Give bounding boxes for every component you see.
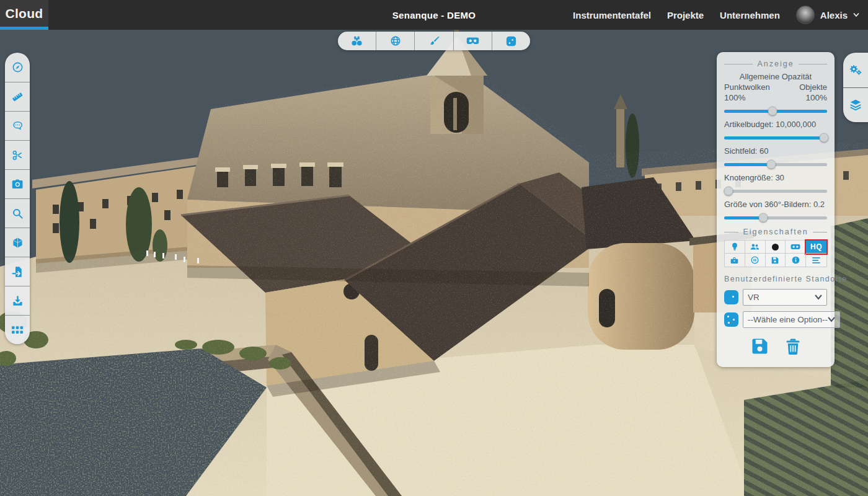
- cube-icon: [12, 237, 24, 249]
- toggle-annotations-button[interactable]: [725, 241, 745, 254]
- nav-dashboard[interactable]: Instrumententafel: [573, 10, 651, 20]
- search-button[interactable]: [5, 198, 30, 228]
- save-location-button[interactable]: [751, 338, 768, 357]
- toggle-toolbox-button[interactable]: [725, 254, 745, 267]
- user-name: Alexis: [820, 10, 848, 20]
- toggle-users-button[interactable]: [745, 241, 766, 254]
- comment-icon: [12, 120, 24, 131]
- slider-thumb[interactable]: [767, 160, 776, 169]
- ruler-icon: [11, 91, 24, 103]
- vr-goggles-icon: [790, 244, 800, 250]
- top-bar: Cloud Senanque - DEMO Instrumententafel …: [0, 0, 868, 30]
- user-menu[interactable]: Alexis: [796, 6, 859, 24]
- objects-button[interactable]: [5, 228, 30, 257]
- paint-tool-button[interactable]: [414, 32, 453, 50]
- info-button[interactable]: [786, 254, 806, 267]
- measure-views-button[interactable]: [338, 32, 376, 50]
- save-icon: [771, 257, 779, 264]
- node-size-slider[interactable]: [724, 187, 827, 196]
- marker-square-icon: [506, 36, 516, 46]
- avatar: [796, 6, 815, 24]
- image360-size-slider[interactable]: [724, 213, 827, 223]
- search-icon: [12, 208, 24, 219]
- file-import-icon: [12, 266, 23, 278]
- download-button[interactable]: [5, 286, 30, 315]
- nav-company[interactable]: Unternehmen: [720, 10, 780, 20]
- slider-thumb[interactable]: [759, 213, 768, 223]
- slider-thumb[interactable]: [768, 107, 777, 116]
- paint-brush-icon: [428, 35, 440, 46]
- toggle-points-button[interactable]: [766, 241, 786, 254]
- menu-lines-icon: [812, 257, 820, 264]
- list-view-button[interactable]: [806, 254, 826, 267]
- binoculars-icon: [351, 36, 363, 46]
- measure-button[interactable]: [5, 82, 30, 111]
- vr-goggles-icon: [466, 37, 479, 46]
- hq-label: HQ: [810, 242, 822, 251]
- compass-icon: [12, 61, 24, 73]
- scene-toolbar: [338, 32, 530, 50]
- app-window: Cloud Senanque - DEMO Instrumententafel …: [0, 0, 868, 496]
- marker-one-dot-icon[interactable]: [724, 290, 738, 304]
- opacity-heading: Allgemeine Opazität: [724, 72, 827, 81]
- chevron-down-icon: [828, 317, 835, 322]
- screenshot-button[interactable]: [5, 169, 30, 198]
- delete-location-button[interactable]: [786, 338, 800, 357]
- toggle-vr-button[interactable]: [786, 241, 806, 254]
- pointclouds-value: 100%: [724, 93, 746, 102]
- objects-value: 100%: [805, 93, 827, 102]
- scissors-icon: [12, 149, 24, 161]
- locations-title: Benutzerdefinierte Standorte: [724, 275, 827, 283]
- app-logo-text: Cloud: [6, 6, 43, 21]
- lightbulb-icon: [731, 242, 738, 251]
- pointclouds-label: Punktwolken: [724, 82, 770, 92]
- toggle-pause-button[interactable]: [745, 254, 766, 267]
- camera-icon: [12, 179, 24, 190]
- download-icon: [12, 295, 24, 307]
- panorama-marker-button[interactable]: [492, 32, 530, 50]
- comment-button[interactable]: [5, 111, 30, 140]
- slider-thumb[interactable]: [820, 133, 829, 143]
- opacity-values: 100% 100%: [724, 93, 827, 102]
- quick-save-button[interactable]: [766, 254, 786, 267]
- opacity-column-labels: Punktwolken Objekte: [724, 82, 827, 92]
- trash-icon: [786, 338, 800, 355]
- save-icon: [751, 338, 768, 355]
- item-budget-slider[interactable]: [724, 133, 827, 143]
- settings-gears-icon: [849, 64, 862, 76]
- clip-button[interactable]: [5, 140, 30, 169]
- layers-button[interactable]: [843, 87, 868, 123]
- apps-button[interactable]: [5, 315, 30, 344]
- settings-button[interactable]: [843, 53, 868, 87]
- app-logo[interactable]: Cloud: [0, 0, 48, 30]
- marker-three-dots-icon[interactable]: [724, 312, 738, 327]
- chevron-down-icon: [815, 294, 822, 300]
- pause-circle-icon: [751, 256, 759, 264]
- navigate-button[interactable]: [5, 53, 30, 82]
- vr-mode-button[interactable]: [453, 32, 492, 50]
- apps-grid-icon: [12, 326, 23, 334]
- display-panel: Anzeige Allgemeine Opazität Punktwolken …: [717, 52, 835, 367]
- objects-label: Objekte: [799, 82, 827, 92]
- field-of-view-slider[interactable]: [724, 160, 827, 169]
- info-icon: [792, 256, 800, 264]
- edge-toolbar: [843, 53, 868, 122]
- main-nav: Instrumententafel Projekte Unternehmen A…: [573, 6, 859, 24]
- location-select-2[interactable]: --Wähle eine Option--: [743, 311, 840, 328]
- left-toolbar: [5, 53, 30, 344]
- properties-grid: HQ: [724, 240, 827, 267]
- node-size-label: Knotengröße: 30: [724, 173, 827, 182]
- slider-thumb[interactable]: [724, 187, 733, 196]
- import-button[interactable]: [5, 257, 30, 286]
- panel-title: Anzeige: [724, 60, 827, 68]
- project-title: Senanque - DEMO: [392, 10, 476, 20]
- field-of-view-label: Sichtfeld: 60: [724, 146, 827, 156]
- item-budget-label: Artikelbudget: 10,000,000: [724, 120, 827, 129]
- nav-projects[interactable]: Projekte: [667, 10, 704, 20]
- opacity-slider[interactable]: [724, 107, 827, 116]
- layers-icon: [849, 99, 862, 111]
- globe-view-button[interactable]: [376, 32, 414, 50]
- toggle-hq-button[interactable]: HQ: [806, 241, 826, 254]
- location-row-2: --Wähle eine Option--: [724, 311, 827, 328]
- location-select-1[interactable]: VR: [743, 289, 827, 306]
